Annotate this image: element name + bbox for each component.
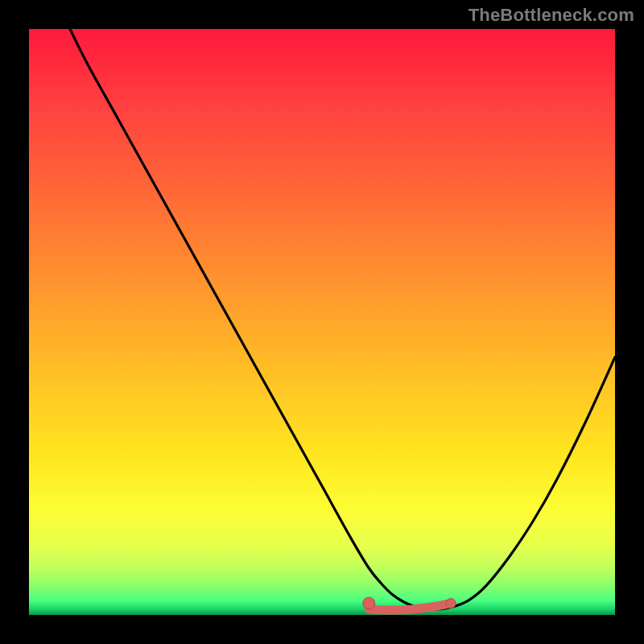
plot-area: [29, 29, 615, 615]
bottleneck-curve: [70, 29, 615, 609]
watermark-label: TheBottleneck.com: [469, 5, 634, 26]
chart-frame: TheBottleneck.com: [0, 0, 644, 644]
curve-svg: [29, 29, 615, 615]
band-marker-dot: [446, 598, 456, 608]
band-marker-dot: [363, 597, 375, 609]
